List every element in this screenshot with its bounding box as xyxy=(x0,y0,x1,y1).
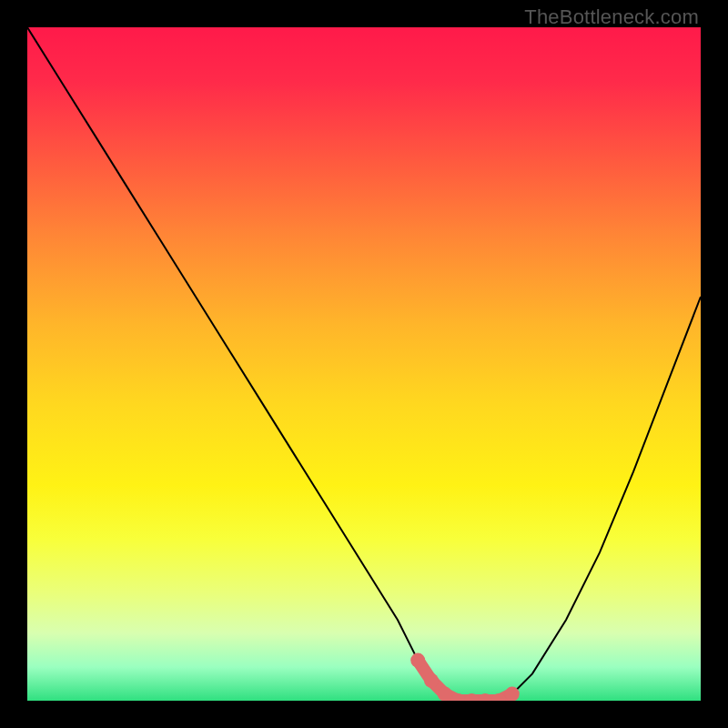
highlight-dot xyxy=(424,673,439,688)
chart-svg xyxy=(27,27,701,701)
highlight-dot xyxy=(438,687,452,701)
watermark-text: TheBottleneck.com xyxy=(524,5,699,29)
highlight-dot xyxy=(410,653,425,668)
highlight-dot xyxy=(505,687,520,701)
highlight-dots-group xyxy=(410,653,520,701)
bottleneck-curve-line xyxy=(27,27,701,701)
chart-plot-area xyxy=(27,27,701,701)
